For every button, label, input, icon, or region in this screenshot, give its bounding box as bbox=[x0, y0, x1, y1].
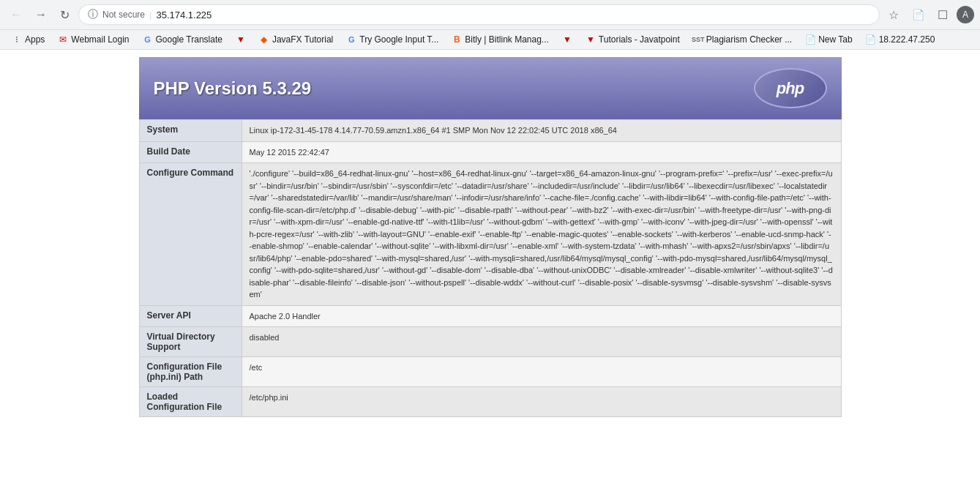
bookmark-google-input-label: Try Google Input T... bbox=[359, 34, 438, 45]
bookmark-javafx[interactable]: ◆ JavaFX Tutorial bbox=[253, 32, 339, 47]
bookmark-bitly-label: Bitly | Bitlink Manag... bbox=[465, 34, 549, 45]
bookmark-v2[interactable]: ▼ bbox=[556, 32, 578, 47]
bookmark-ip-tab[interactable]: 📄 18.222.47.250 bbox=[860, 32, 941, 47]
bookmark-webmail[interactable]: ✉ Webmail Login bbox=[52, 32, 135, 47]
row-value: Linux ip-172-31-45-178 4.14.77-70.59.amz… bbox=[242, 120, 841, 142]
bookmark-v2-icon: ▼ bbox=[562, 34, 572, 45]
bookmark-v1-icon: ▼ bbox=[236, 34, 246, 45]
table-row: Configuration File (php.ini) Path/etc bbox=[139, 357, 841, 387]
bookmark-apps[interactable]: ⁝ Apps bbox=[6, 32, 51, 47]
not-secure-label: Not secure bbox=[102, 10, 145, 20]
row-value: May 12 2015 22:42:47 bbox=[242, 141, 841, 163]
url-separator: | bbox=[149, 10, 152, 20]
row-label: System bbox=[139, 120, 242, 142]
back-button[interactable]: ← bbox=[6, 5, 26, 24]
reload-button[interactable]: ↻ bbox=[56, 5, 74, 25]
table-row: SystemLinux ip-172-31-45-178 4.14.77-70.… bbox=[139, 120, 841, 142]
ip-tab-icon: 📄 bbox=[866, 34, 876, 45]
row-value: /etc/php.ini bbox=[242, 387, 841, 417]
bookmark-new-tab-label: New Tab bbox=[818, 34, 852, 45]
extensions-icon[interactable]: ☐ bbox=[933, 5, 952, 25]
google-input-icon: G bbox=[346, 34, 356, 45]
table-row: Loaded Configuration File/etc/php.ini bbox=[139, 387, 841, 417]
bookmarks-bar: ⁝ Apps ✉ Webmail Login G Google Translat… bbox=[0, 30, 980, 50]
google-translate-icon: G bbox=[143, 34, 153, 45]
bookmark-google-input[interactable]: G Try Google Input T... bbox=[340, 32, 444, 47]
row-label: Build Date bbox=[139, 141, 242, 163]
row-label: Server API bbox=[139, 305, 242, 327]
bookmark-google-translate-label: Google Translate bbox=[156, 34, 222, 45]
table-row: Server APIApache 2.0 Handler bbox=[139, 305, 841, 327]
bookmark-google-translate[interactable]: G Google Translate bbox=[137, 32, 228, 47]
tutorials-icon: ▼ bbox=[586, 34, 596, 45]
plagiarism-icon: SST bbox=[693, 34, 703, 45]
row-value: disabled bbox=[242, 327, 841, 357]
page-content: PHP Version 5.3.29 php SystemLinux ip-17… bbox=[0, 57, 980, 417]
bookmark-star-button[interactable]: ☆ bbox=[884, 5, 903, 25]
address-bar[interactable]: ⓘ Not secure | 35.174.1.225 bbox=[78, 4, 880, 25]
php-info-table: SystemLinux ip-172-31-45-178 4.14.77-70.… bbox=[139, 119, 842, 417]
bookmark-v1[interactable]: ▼ bbox=[230, 32, 252, 47]
row-label: Configure Command bbox=[139, 163, 242, 306]
php-version-title: PHP Version 5.3.29 bbox=[154, 78, 312, 99]
bookmark-plagiarism[interactable]: SST Plagiarism Checker ... bbox=[687, 32, 798, 47]
table-row: Virtual Directory Supportdisabled bbox=[139, 327, 841, 357]
browser-toolbar: ← → ↻ ⓘ Not secure | 35.174.1.225 ☆ 📄 ☐ … bbox=[0, 0, 980, 30]
account-icon[interactable]: A bbox=[957, 6, 974, 23]
php-container: PHP Version 5.3.29 php SystemLinux ip-17… bbox=[139, 57, 842, 417]
javafx-icon: ◆ bbox=[259, 34, 269, 45]
forward-button[interactable]: → bbox=[31, 5, 51, 24]
php-logo-oval: php bbox=[754, 68, 827, 108]
webmail-icon: ✉ bbox=[58, 34, 68, 45]
table-row: Configure Command'./configure' '--build=… bbox=[139, 163, 841, 306]
php-logo-text: php bbox=[777, 79, 804, 98]
row-label: Configuration File (php.ini) Path bbox=[139, 357, 242, 387]
browser-chrome: ← → ↻ ⓘ Not secure | 35.174.1.225 ☆ 📄 ☐ … bbox=[0, 0, 980, 50]
bookmark-tutorials[interactable]: ▼ Tutorials - Javatpoint bbox=[580, 32, 686, 47]
security-icon: ⓘ bbox=[88, 8, 98, 21]
bookmark-plagiarism-label: Plagiarism Checker ... bbox=[706, 34, 792, 45]
bookmark-bitly[interactable]: B Bitly | Bitlink Manag... bbox=[446, 32, 555, 47]
bookmark-new-tab[interactable]: 📄 New Tab bbox=[799, 32, 858, 47]
bitly-icon: B bbox=[452, 34, 462, 45]
table-row: Build DateMay 12 2015 22:42:47 bbox=[139, 141, 841, 163]
bookmark-javafx-label: JavaFX Tutorial bbox=[272, 34, 333, 45]
php-logo: php bbox=[754, 68, 827, 108]
url-display: 35.174.1.225 bbox=[156, 10, 212, 20]
bookmark-webmail-label: Webmail Login bbox=[71, 34, 129, 45]
row-value: /etc bbox=[242, 357, 841, 387]
apps-icon: ⁝ bbox=[12, 34, 22, 45]
row-value: Apache 2.0 Handler bbox=[242, 305, 841, 327]
php-header: PHP Version 5.3.29 php bbox=[139, 57, 842, 119]
pdf-icon[interactable]: 📄 bbox=[908, 6, 929, 23]
new-tab-icon: 📄 bbox=[805, 34, 815, 45]
row-value: './configure' '--build=x86_64-redhat-lin… bbox=[242, 163, 841, 306]
bookmark-apps-label: Apps bbox=[25, 34, 45, 45]
bookmark-ip-tab-label: 18.222.47.250 bbox=[879, 34, 935, 45]
row-label: Virtual Directory Support bbox=[139, 327, 242, 357]
row-label: Loaded Configuration File bbox=[139, 387, 242, 417]
bookmark-tutorials-label: Tutorials - Javatpoint bbox=[599, 34, 680, 45]
